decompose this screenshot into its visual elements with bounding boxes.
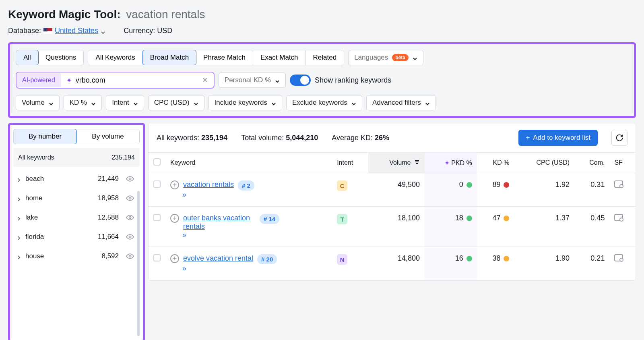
type-tab-questions[interactable]: Questions bbox=[38, 50, 84, 65]
expand-icon[interactable]: + bbox=[170, 254, 179, 263]
intent-badge: C bbox=[337, 180, 347, 191]
match-tab-phrase[interactable]: Phrase Match bbox=[196, 50, 253, 65]
col-kd[interactable]: KD % bbox=[477, 153, 514, 173]
more-chevron-icon[interactable]: » bbox=[182, 264, 327, 273]
eye-icon[interactable] bbox=[126, 252, 134, 260]
sidebar-item-beach[interactable]: beach 21,449 bbox=[13, 169, 137, 189]
col-com[interactable]: Com. bbox=[574, 153, 609, 173]
col-cpc[interactable]: CPC (USD) bbox=[514, 153, 574, 173]
domain-input[interactable] bbox=[76, 76, 198, 85]
personal-kd-dropdown[interactable]: Personal KD % bbox=[219, 73, 286, 88]
chevron-down-icon bbox=[351, 100, 356, 105]
filter-advanced[interactable]: Advanced filters bbox=[366, 95, 436, 110]
col-pkd[interactable]: ✦PKD % bbox=[425, 153, 477, 173]
match-tab-exact[interactable]: Exact Match bbox=[253, 50, 306, 65]
currency-value: USD bbox=[157, 27, 172, 35]
col-volume[interactable]: Volume bbox=[368, 153, 425, 173]
filter-intent[interactable]: Intent bbox=[106, 95, 144, 110]
sidebar-item-home[interactable]: home 18,958 bbox=[13, 189, 137, 208]
sort-desc-icon bbox=[414, 159, 420, 166]
eye-icon[interactable] bbox=[126, 175, 134, 183]
serp-features-icon[interactable] bbox=[614, 254, 623, 261]
match-tab-related[interactable]: Related bbox=[306, 50, 344, 65]
eye-icon[interactable] bbox=[126, 214, 134, 222]
chevron-down-icon bbox=[101, 29, 105, 33]
type-tab-group: All Questions bbox=[16, 50, 84, 65]
plus-icon: + bbox=[526, 134, 530, 142]
row-checkbox[interactable] bbox=[153, 214, 161, 221]
eye-icon[interactable] bbox=[126, 233, 134, 241]
cell-kd: 47 bbox=[477, 207, 514, 247]
cell-com: 0.21 bbox=[574, 247, 609, 280]
keyword-groups-sidebar: By number By volume All keywords 235,194… bbox=[8, 123, 145, 340]
col-keyword[interactable]: Keyword bbox=[165, 153, 332, 173]
refresh-button[interactable] bbox=[611, 130, 627, 146]
keyword-link[interactable]: evolve vacation rental bbox=[183, 254, 253, 263]
difficulty-dot-icon bbox=[466, 256, 472, 261]
match-tab-broad[interactable]: Broad Match bbox=[142, 50, 196, 65]
ranking-toggle[interactable] bbox=[290, 75, 311, 86]
search-query: vacation rentals bbox=[126, 8, 205, 21]
more-chevron-icon[interactable]: » bbox=[182, 191, 327, 199]
expand-icon[interactable]: + bbox=[170, 180, 179, 189]
sidebar-item-lake[interactable]: lake 12,588 bbox=[13, 208, 137, 227]
cell-volume: 14,800 bbox=[368, 247, 425, 280]
keywords-table: Keyword Intent Volume ✦PKD % KD % CPC (U… bbox=[149, 152, 636, 280]
difficulty-dot-icon bbox=[504, 256, 509, 261]
cell-pkd: 16 bbox=[425, 247, 477, 280]
rank-badge: # 20 bbox=[257, 254, 277, 264]
chevron-down-icon bbox=[194, 100, 198, 105]
keyword-link[interactable]: outer banks vacation rentals bbox=[183, 214, 256, 231]
beta-badge: beta bbox=[392, 54, 409, 61]
scrollbar[interactable] bbox=[137, 191, 140, 336]
sort-by-number[interactable]: By number bbox=[13, 129, 77, 144]
row-checkbox[interactable] bbox=[153, 180, 161, 188]
filter-cpc[interactable]: CPC (USD) bbox=[148, 95, 204, 110]
keyword-link[interactable]: vacation rentals bbox=[183, 180, 234, 189]
database-selector[interactable]: United States bbox=[55, 27, 105, 35]
chevron-right-icon bbox=[17, 196, 21, 201]
row-checkbox[interactable] bbox=[153, 254, 161, 261]
cell-cpc: 1.92 bbox=[514, 173, 574, 207]
cell-volume: 18,100 bbox=[368, 207, 425, 247]
serp-features-icon[interactable] bbox=[614, 214, 623, 221]
svg-point-2 bbox=[129, 217, 131, 219]
chevron-right-icon bbox=[17, 254, 21, 259]
sidebar-item-florida[interactable]: florida 11,664 bbox=[13, 227, 137, 247]
sidebar-item-house[interactable]: house 8,592 bbox=[13, 247, 137, 266]
more-chevron-icon[interactable]: » bbox=[182, 231, 327, 239]
domain-input-container: AI-powered ✦ ✕ bbox=[16, 72, 215, 89]
filter-include[interactable]: Include keywords bbox=[208, 95, 282, 110]
match-tab-all-keywords[interactable]: All Keywords bbox=[88, 50, 142, 65]
serp-features-icon[interactable] bbox=[614, 180, 623, 188]
filter-volume[interactable]: Volume bbox=[16, 95, 60, 110]
add-to-keyword-list-button[interactable]: + Add to keyword list bbox=[518, 130, 598, 146]
expand-icon[interactable]: + bbox=[170, 214, 179, 223]
sort-by-volume[interactable]: By volume bbox=[76, 129, 139, 144]
cell-com: 0.45 bbox=[574, 207, 609, 247]
type-tab-all[interactable]: All bbox=[16, 50, 39, 65]
clear-input-icon[interactable]: ✕ bbox=[202, 76, 208, 85]
sidebar-all-keywords[interactable]: All keywords 235,194 bbox=[13, 148, 140, 167]
cell-pkd: 18 bbox=[425, 207, 477, 247]
table-row: + outer banks vacation rentals # 14 » T … bbox=[149, 207, 636, 247]
languages-dropdown[interactable]: Languages beta bbox=[348, 50, 423, 65]
col-sf[interactable]: SF bbox=[609, 153, 636, 173]
chevron-right-icon bbox=[17, 234, 21, 239]
filter-kd[interactable]: KD % bbox=[64, 95, 102, 110]
cell-cpc: 1.37 bbox=[514, 207, 574, 247]
eye-icon[interactable] bbox=[126, 194, 134, 202]
filter-exclude[interactable]: Exclude keywords bbox=[286, 95, 362, 110]
intent-badge: N bbox=[337, 254, 347, 265]
flag-icon bbox=[43, 28, 52, 34]
sidebar-sort-group: By number By volume bbox=[13, 129, 140, 144]
tool-name: Keyword Magic Tool: bbox=[8, 8, 121, 21]
col-intent[interactable]: Intent bbox=[332, 153, 368, 173]
match-tab-group: All Keywords Broad Match Phrase Match Ex… bbox=[88, 50, 344, 65]
svg-point-1 bbox=[129, 197, 131, 199]
difficulty-dot-icon bbox=[466, 216, 472, 221]
select-all-checkbox[interactable] bbox=[153, 158, 161, 166]
page-title: Keyword Magic Tool: vacation rentals bbox=[8, 8, 636, 21]
results-panel: All keywords: 235,194 Total volume: 5,04… bbox=[148, 123, 636, 281]
cell-kd: 38 bbox=[477, 247, 514, 280]
